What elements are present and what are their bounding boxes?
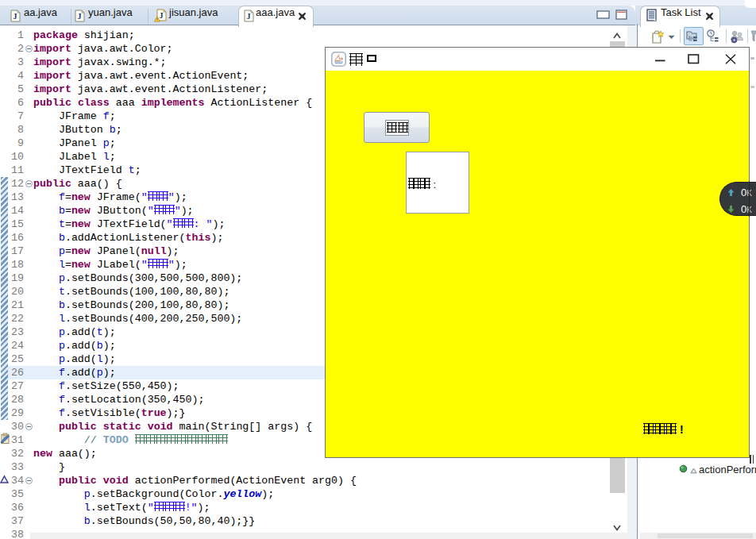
svg-text:J: J [247,12,251,21]
svg-text:J: J [78,12,82,21]
svg-text:J: J [14,12,17,21]
svg-text:J: J [160,11,164,20]
